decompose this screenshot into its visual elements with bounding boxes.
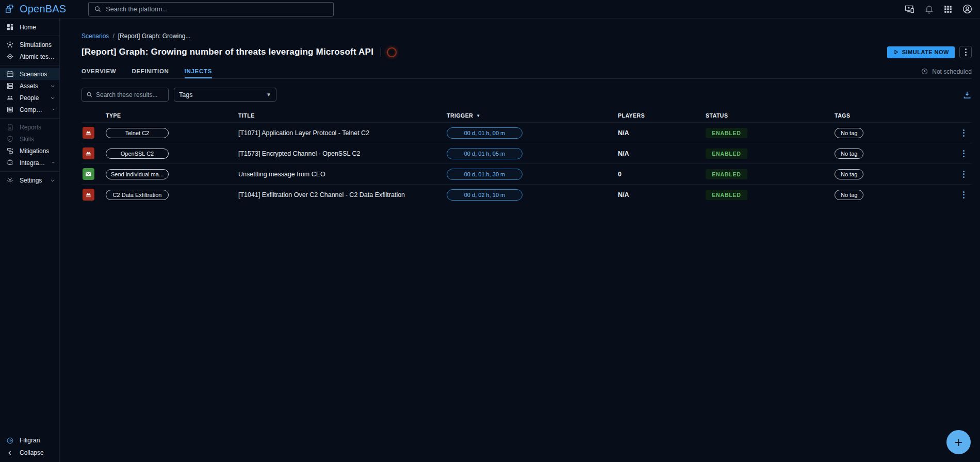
tag-chip: No tag — [835, 190, 863, 200]
column-header-status[interactable]: STATUS — [706, 112, 835, 119]
chevron-down-icon — [50, 95, 55, 101]
column-header-type[interactable]: TYPE — [106, 112, 238, 119]
tags-filter-dropdown[interactable]: Tags ▼ — [174, 88, 276, 102]
scenario-menu-button[interactable] — [959, 46, 972, 58]
openbas-logo[interactable]: OpenBAS — [4, 3, 66, 15]
apps-grid-icon[interactable] — [943, 5, 953, 14]
simulations-icon — [6, 41, 14, 48]
email-inject-icon — [83, 168, 94, 180]
table-row[interactable]: C2 Data Exfiltration[T1041] Exfiltration… — [81, 184, 972, 205]
tag-chip: No tag — [835, 169, 863, 179]
sidebar-item-atomic-testings[interactable]: Atomic testings — [0, 51, 59, 62]
device-feedback-icon[interactable] — [904, 4, 915, 14]
sidebar-item-components[interactable]: Components — [0, 104, 59, 116]
tab-definition[interactable]: DEFINITION — [132, 68, 169, 78]
clock-icon — [921, 68, 928, 75]
sidebar-divider — [0, 65, 59, 65]
status-badge: ENABLED — [706, 128, 747, 138]
scenarios-icon — [6, 70, 14, 78]
tab-overview[interactable]: OVERVIEW — [81, 68, 116, 78]
settings-icon — [6, 176, 14, 184]
skills-icon — [6, 135, 14, 143]
sidebar-item-label: Scenarios — [20, 71, 47, 78]
table-row[interactable]: Send individual ma...Unsettling message … — [81, 163, 972, 184]
breadcrumb-separator: / — [112, 32, 114, 40]
sidebar-divider — [0, 36, 59, 36]
openbas-logo-text: OpenBAS — [20, 3, 66, 15]
export-download-button[interactable] — [962, 90, 972, 100]
row-menu-button[interactable] — [963, 129, 965, 137]
trigger-time-chip: 00 d, 02 h, 10 m — [447, 189, 522, 201]
people-icon — [6, 94, 14, 102]
simulate-now-button[interactable]: SIMULATE NOW — [887, 46, 955, 58]
caldera-inject-icon — [83, 127, 94, 139]
sidebar-footer-collapse[interactable]: Collapse — [0, 447, 59, 459]
row-menu-button[interactable] — [963, 150, 965, 157]
chevron-down-icon — [50, 178, 55, 183]
table-header-row: TYPE TITLE TRIGGER ▼ PLAYERS STATUS TAGS — [81, 109, 972, 122]
row-menu-button[interactable] — [963, 191, 965, 199]
inject-title: Unsettling message from CEO — [238, 171, 447, 178]
results-search-input[interactable] — [96, 91, 164, 98]
status-badge: ENABLED — [706, 148, 747, 159]
sidebar-footer-filigran[interactable]: Filigran — [0, 434, 59, 447]
inject-title: [T1071] Application Layer Protocol - Tel… — [238, 129, 447, 137]
results-search[interactable] — [81, 88, 169, 102]
reports-icon — [6, 123, 14, 131]
row-menu-button[interactable] — [963, 171, 965, 178]
platform-search[interactable] — [88, 2, 334, 16]
page-title: [Report] Graph: Growing number of threat… — [81, 47, 373, 57]
caldera-inject-icon — [83, 189, 94, 201]
breadcrumb: Scenarios / [Report] Graph: Growing... — [81, 32, 972, 40]
sidebar-footer: FiligranCollapse — [0, 434, 59, 459]
column-header-players[interactable]: PLAYERS — [618, 112, 706, 119]
sidebar-item-assets[interactable]: Assets — [0, 80, 59, 92]
column-header-tags[interactable]: TAGS — [835, 112, 948, 119]
sidebar-item-label: Home — [20, 24, 36, 31]
sidebar-item-label: Collapse — [20, 449, 44, 456]
title-divider — [381, 47, 381, 57]
column-header-title[interactable]: TITLE — [238, 112, 447, 119]
sidebar-item-label: Filigran — [20, 437, 40, 444]
filigran-logo-icon — [6, 437, 14, 444]
sidebar-item-mitigations[interactable]: Mitigations — [0, 145, 59, 157]
tab-injects[interactable]: INJECTS — [185, 68, 212, 78]
sidebar-item-simulations[interactable]: Simulations — [0, 39, 59, 51]
inject-type-chip: Send individual ma... — [106, 169, 169, 179]
breadcrumb-scenarios-link[interactable]: Scenarios — [81, 32, 109, 40]
sidebar-item-reports: Reports — [0, 121, 59, 133]
inject-type-chip: C2 Data Exfiltration — [106, 190, 169, 200]
sidebar-item-scenarios[interactable]: Scenarios — [0, 68, 59, 80]
column-header-trigger[interactable]: TRIGGER ▼ — [447, 112, 618, 119]
sidebar-item-home[interactable]: Home — [0, 21, 59, 33]
sidebar-item-settings[interactable]: Settings — [0, 174, 59, 186]
sidebar-item-label: Components — [20, 106, 46, 113]
openbas-logo-icon — [4, 3, 17, 15]
sort-desc-icon: ▼ — [476, 113, 480, 118]
search-icon — [94, 5, 102, 13]
inject-title: [T1041] Exfiltration Over C2 Channel - C… — [238, 191, 447, 199]
tag-chip: No tag — [835, 148, 863, 159]
assets-icon — [6, 82, 14, 90]
players-value: N/A — [618, 150, 706, 157]
inject-table-body: Telnet C2[T1071] Application Layer Proto… — [81, 122, 972, 205]
breadcrumb-current: [Report] Graph: Growing... — [118, 32, 191, 40]
kebab-icon — [965, 48, 967, 56]
topbar: OpenBAS — [0, 0, 980, 19]
account-circle-icon[interactable] — [962, 4, 973, 14]
sidebar-item-label: Simulations — [20, 41, 52, 48]
tag-chip: No tag — [835, 128, 863, 138]
collapse-chevron-icon — [6, 449, 14, 457]
add-inject-fab[interactable]: + — [946, 430, 971, 454]
platform-search-input[interactable] — [106, 6, 328, 13]
table-row[interactable]: OpenSSL C2[T1573] Encrypted Channel - Op… — [81, 143, 972, 163]
players-value: N/A — [618, 129, 706, 137]
table-row[interactable]: Telnet C2[T1071] Application Layer Proto… — [81, 122, 972, 143]
sidebar-item-integrations[interactable]: Integrations — [0, 157, 59, 169]
bell-icon[interactable] — [924, 4, 934, 14]
sidebar-item-label: Atomic testings — [20, 53, 55, 60]
inject-type-chip: OpenSSL C2 — [106, 148, 169, 159]
sidebar-divider — [0, 118, 59, 119]
home-icon — [6, 23, 14, 31]
sidebar-item-people[interactable]: People — [0, 92, 59, 104]
